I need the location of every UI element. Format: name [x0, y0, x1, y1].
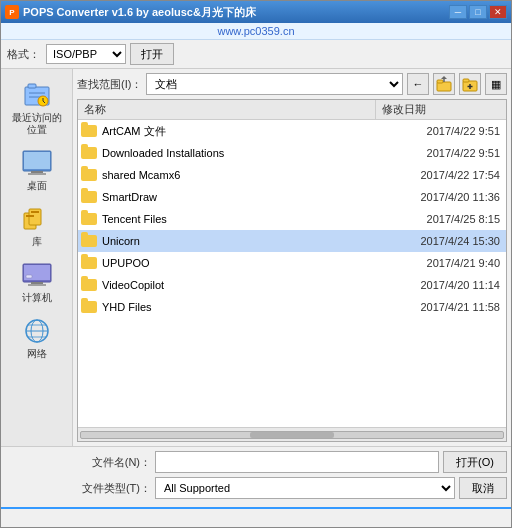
svg-rect-27: [463, 79, 469, 82]
filetype-select[interactable]: All Supported: [155, 477, 455, 499]
title-bar-left: P POPS Converter v1.6 by aeolusc&月光下的床: [5, 5, 256, 20]
watermark-bar: www.pc0359.cn: [1, 23, 511, 40]
sidebar-item-desktop[interactable]: 桌面: [3, 143, 71, 197]
table-row[interactable]: Downloaded Installations2017/4/22 9:51: [78, 142, 506, 164]
table-row[interactable]: VideoCopilot2017/4/20 11:14: [78, 274, 506, 296]
file-list-container: 名称 修改日期 ArtCAM 文件2017/4/22 9:51Downloade…: [77, 99, 507, 442]
network-icon: [19, 316, 55, 346]
address-label: 查找范围(I)：: [77, 77, 142, 92]
folder-icon: [80, 123, 98, 139]
sidebar-item-recent[interactable]: 最近访问的位置: [3, 75, 71, 141]
library-icon: [19, 204, 55, 234]
filetype-row: 文件类型(T)： All Supported 取消: [79, 477, 507, 499]
cancel-button[interactable]: 取消: [459, 477, 507, 499]
file-date: 2017/4/25 8:15: [374, 213, 504, 225]
folder-icon: [80, 145, 98, 161]
svg-rect-11: [26, 215, 34, 217]
sidebar-network-label: 网络: [27, 348, 47, 360]
close-button[interactable]: ✕: [489, 5, 507, 19]
folder-icon: [80, 233, 98, 249]
nav-folder-up-button[interactable]: [433, 73, 455, 95]
file-date: 2017/4/22 9:51: [374, 125, 504, 137]
open-action-button[interactable]: 打开(O): [443, 451, 507, 473]
nav-view-button[interactable]: ▦: [485, 73, 507, 95]
file-name: shared Mcamx6: [102, 169, 374, 181]
status-bar: [1, 507, 511, 527]
folder-icon: [80, 189, 98, 205]
file-date: 2017/4/21 11:58: [374, 301, 504, 313]
sidebar-item-computer[interactable]: 计算机: [3, 255, 71, 309]
address-bar: 查找范围(I)： 文档 ←: [77, 73, 507, 95]
title-buttons: ─ □ ✕: [449, 5, 507, 19]
format-select[interactable]: ISO/PBP: [46, 44, 126, 64]
file-name: YHD Files: [102, 301, 374, 313]
svg-rect-17: [26, 275, 32, 278]
maximize-button[interactable]: □: [469, 5, 487, 19]
file-list-header: 名称 修改日期: [78, 100, 506, 120]
file-date: 2017/4/22 9:51: [374, 147, 504, 159]
title-bar: P POPS Converter v1.6 by aeolusc&月光下的床 ─…: [1, 1, 511, 23]
file-browser: 查找范围(I)： 文档 ←: [73, 69, 511, 446]
folder-icon: [80, 167, 98, 183]
file-date: 2017/4/24 15:30: [374, 235, 504, 247]
main-window: P POPS Converter v1.6 by aeolusc&月光下的床 ─…: [0, 0, 512, 528]
table-row[interactable]: SmartDraw2017/4/20 11:36: [78, 186, 506, 208]
filename-row: 文件名(N)： 打开(O): [79, 451, 507, 473]
file-name: Unicorn: [102, 235, 374, 247]
sidebar-item-library[interactable]: 库: [3, 199, 71, 253]
table-row[interactable]: shared Mcamx62017/4/22 17:54: [78, 164, 506, 186]
svg-rect-6: [24, 152, 50, 169]
file-name: SmartDraw: [102, 191, 374, 203]
scroll-track[interactable]: [80, 431, 504, 439]
svg-rect-16: [28, 284, 46, 286]
svg-rect-1: [28, 84, 36, 88]
minimize-button[interactable]: ─: [449, 5, 467, 19]
main-content: 最近访问的位置 桌面: [1, 69, 511, 446]
table-row[interactable]: Tencent Files2017/4/25 8:15: [78, 208, 506, 230]
folder-icon: [80, 277, 98, 293]
file-date: 2017/4/20 11:36: [374, 191, 504, 203]
nav-back-button[interactable]: ←: [407, 73, 429, 95]
file-list: ArtCAM 文件2017/4/22 9:51Downloaded Instal…: [78, 120, 506, 427]
col-header-date[interactable]: 修改日期: [376, 100, 506, 119]
recent-icon: [19, 80, 55, 110]
table-row[interactable]: Unicorn2017/4/24 15:30: [78, 230, 506, 252]
filename-label: 文件名(N)：: [79, 455, 151, 470]
folder-icon: [80, 255, 98, 271]
filetype-label: 文件类型(T)：: [79, 481, 151, 496]
bottom-area: 文件名(N)： 打开(O) 文件类型(T)： All Supported 取消: [1, 446, 511, 507]
nav-new-folder-button[interactable]: [459, 73, 481, 95]
svg-rect-12: [31, 211, 39, 213]
folder-icon: [80, 299, 98, 315]
svg-rect-24: [437, 80, 443, 83]
toolbar: 格式： ISO/PBP 打开: [1, 40, 511, 69]
table-row[interactable]: UPUPOO2017/4/21 9:40: [78, 252, 506, 274]
file-name: UPUPOO: [102, 257, 374, 269]
file-date: 2017/4/20 11:14: [374, 279, 504, 291]
address-select[interactable]: 文档: [146, 73, 403, 95]
window-title: POPS Converter v1.6 by aeolusc&月光下的床: [23, 5, 256, 20]
toolbar-open-button[interactable]: 打开: [130, 43, 174, 65]
sidebar-item-network[interactable]: 网络: [3, 311, 71, 365]
file-name: VideoCopilot: [102, 279, 374, 291]
sidebar-recent-label: 最近访问的位置: [8, 112, 66, 136]
sidebar-computer-label: 计算机: [22, 292, 52, 304]
watermark-text: www.pc0359.cn: [217, 25, 294, 37]
app-icon: P: [5, 5, 19, 19]
scroll-thumb: [250, 432, 334, 438]
file-name: Tencent Files: [102, 213, 374, 225]
file-name: Downloaded Installations: [102, 147, 374, 159]
folder-icon: [80, 211, 98, 227]
svg-rect-8: [28, 173, 46, 175]
sidebar-library-label: 库: [32, 236, 42, 248]
scrollbar[interactable]: [78, 427, 506, 441]
computer-icon: [19, 260, 55, 290]
format-label: 格式：: [7, 47, 40, 62]
sidebar-desktop-label: 桌面: [27, 180, 47, 192]
table-row[interactable]: YHD Files2017/4/21 11:58: [78, 296, 506, 318]
filename-input[interactable]: [155, 451, 439, 473]
table-row[interactable]: ArtCAM 文件2017/4/22 9:51: [78, 120, 506, 142]
col-header-name[interactable]: 名称: [78, 100, 376, 119]
file-name: ArtCAM 文件: [102, 124, 374, 139]
desktop-icon: [19, 148, 55, 178]
